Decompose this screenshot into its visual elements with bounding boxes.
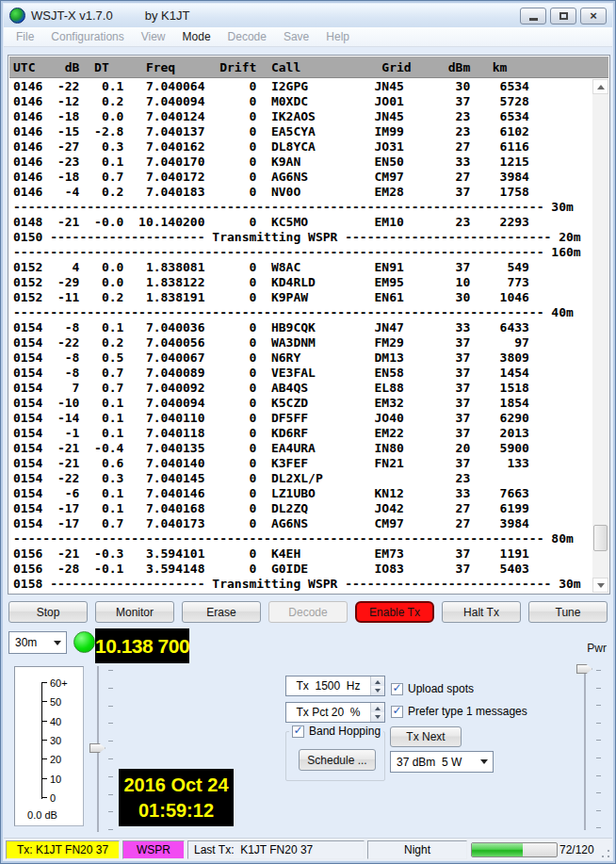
tx-next-button[interactable]: Tx Next (390, 726, 462, 747)
scroll-up-icon (597, 81, 605, 90)
slider-tick (108, 829, 113, 830)
erase-button[interactable]: Erase (182, 601, 261, 623)
frequency-display: 10.138 700 (95, 628, 189, 663)
slider-tick (596, 723, 601, 724)
meter-tick (41, 797, 47, 798)
decode-row: 0152 4 0.0 1.838081 0 W8AC EN91 37 549 (13, 260, 592, 275)
menu-decode: Decode (219, 30, 275, 43)
slider-tick (596, 827, 601, 828)
meter-scale-label: 60+ (50, 677, 68, 689)
slider-tick (596, 740, 601, 741)
decode-row: 0154 -8 0.5 7.040067 0 N6RY DM13 37 3809 (13, 350, 592, 366)
decode-button: Decode (268, 601, 348, 623)
meter-scale-label: 50 (50, 696, 61, 708)
decode-row: 0146 -23 0.1 7.040170 0 K9AN EN50 33 121… (13, 155, 592, 170)
decode-row: 0154 -1 0.1 7.040118 0 KD6RF EM22 37 201… (13, 426, 592, 441)
decode-row: 0146 -18 0.7 7.040172 0 AG6NS CM97 27 39… (13, 170, 592, 185)
datetime-display: 2016 Oct 24 01:59:12 (119, 769, 234, 826)
title-bar[interactable]: WSJT-X v1.7.0 by K1JT × (4, 4, 612, 27)
menu-bar: FileConfigurationsViewModeDecodeSaveHelp (4, 27, 612, 47)
rx-status-lamp (73, 631, 95, 653)
decode-row: 0154 -6 0.1 7.040146 0 LZ1UBO KN12 33 76… (13, 486, 592, 501)
pwr-slider[interactable] (574, 659, 604, 836)
schedule-button[interactable]: Schedule ... (299, 749, 376, 771)
decode-rows[interactable]: 0146 -22 0.1 7.040064 0 I2GPG JN45 30 65… (9, 79, 592, 593)
tx-freq-value: Tx 1500 Hz (286, 679, 370, 693)
decode-row: 0156 -21 -0.3 3.594101 0 K4EH EM73 37 11… (13, 546, 592, 562)
slider-tick (108, 741, 113, 742)
progress-fill (472, 843, 523, 856)
decode-row: 0146 -12 0.2 7.040094 0 M0XDC JO01 37 57… (13, 94, 592, 109)
pwr-track[interactable] (584, 666, 586, 830)
meter-scale-label: 30 (50, 735, 61, 746)
halt-tx-button[interactable]: Halt Tx (442, 601, 521, 623)
chevron-down-icon (54, 641, 61, 649)
slider-tick (596, 670, 601, 671)
close-button[interactable]: × (580, 8, 607, 24)
monitor-button[interactable]: Monitor (95, 601, 174, 623)
slider-tick (596, 792, 601, 793)
checkbox-checked-icon: ✓ (391, 706, 403, 718)
decode-row: 0152 -29 0.0 1.838122 0 KD4RLD EM95 10 7… (13, 275, 592, 290)
last-tx-status: Last Tx: K1JT FN20 37 (187, 840, 365, 859)
rx-gain-slider[interactable] (89, 664, 118, 834)
rx-gain-thumb[interactable] (89, 743, 105, 753)
scroll-up-button[interactable] (592, 79, 608, 94)
schedule-phase-status: Night (367, 840, 467, 859)
meter-scale-label: 20 (50, 754, 61, 765)
resize-grip-icon[interactable] (601, 849, 610, 858)
slider-tick (108, 670, 113, 671)
decode-row: 0146 -22 0.1 7.040064 0 I2GPG JN45 30 65… (13, 79, 592, 94)
vertical-scrollbar[interactable] (592, 79, 608, 593)
decode-row: 0152 -11 0.2 1.838191 0 K9PAW EN61 30 10… (13, 290, 592, 305)
meter-tick (41, 758, 47, 759)
slider-tick (596, 810, 601, 811)
progress-count: 72/120 (559, 840, 594, 859)
band-select[interactable]: 30m (8, 631, 67, 654)
tx-pct-up-button[interactable] (371, 703, 384, 712)
tx-freq-up-button[interactable] (371, 677, 384, 686)
upload-spots-checkbox[interactable]: ✓ Upload spots (391, 682, 474, 695)
decode-row: 0146 -18 0.0 7.040124 0 IK2AOS JN45 23 6… (13, 109, 592, 124)
band-hopping-checkbox[interactable]: ✓ Band Hopping (289, 725, 383, 738)
decode-row: 0146 -15 -2.8 7.040137 0 EA5CYA IM99 23 … (13, 124, 592, 139)
decode-row: 0154 -8 0.1 7.040036 0 HB9CQK JN47 33 64… (13, 320, 592, 335)
app-globe-icon (9, 8, 25, 24)
decode-row: 0154 -17 0.7 7.040173 0 AG6NS CM97 27 39… (13, 516, 592, 531)
upload-spots-label: Upload spots (408, 682, 474, 695)
minimize-icon (529, 18, 538, 21)
tx-pct-spinner[interactable]: Tx Pct 20 % (285, 702, 385, 723)
meter-tick (41, 701, 47, 702)
tx-next-button-label: Tx Next (406, 730, 445, 743)
tx-freq-spinner[interactable]: Tx 1500 Hz (285, 676, 385, 696)
band-activity-panel[interactable]: UTC dB DT Freq Drift Call Grid dBm km 01… (8, 55, 610, 595)
stop-button[interactable]: Stop (8, 601, 88, 623)
slider-tick (108, 706, 113, 707)
slider-tick (596, 705, 601, 706)
schedule-button-label: Schedule ... (307, 754, 366, 767)
prefer-type1-checkbox[interactable]: ✓ Prefer type 1 messages (391, 705, 527, 718)
menu-mode[interactable]: Mode (174, 30, 219, 43)
minimize-button[interactable] (520, 8, 546, 24)
enable-tx-button[interactable]: Enable Tx (355, 601, 434, 623)
scrollbar-thumb[interactable] (593, 525, 608, 551)
slider-tick (108, 794, 113, 795)
pwr-thumb[interactable] (576, 664, 592, 674)
slider-tick (108, 811, 113, 812)
checkbox-checked-icon: ✓ (292, 725, 304, 738)
decode-row: 0154 -8 0.7 7.040089 0 VE3FAL EN58 37 14… (13, 366, 592, 381)
tune-button[interactable]: Tune (528, 601, 608, 623)
power-select[interactable]: 37 dBm 5 W (390, 751, 494, 773)
maximize-button[interactable] (550, 8, 576, 24)
tx-pct-value: Tx Pct 20 % (286, 706, 370, 719)
scroll-down-button[interactable] (592, 578, 608, 593)
slider-tick (596, 758, 601, 758)
date-value: 2016 Oct 24 (123, 773, 228, 798)
chevron-down-icon (480, 759, 488, 768)
slider-tick (596, 688, 601, 689)
tx-pct-down-button[interactable] (371, 712, 384, 722)
band-separator-row: ----------------------------------------… (13, 531, 592, 546)
wsjtx-window: WSJT-X v1.7.0 by K1JT × FileConfiguratio… (0, 0, 616, 864)
tx-freq-down-button[interactable] (371, 686, 384, 695)
slider-tick (108, 758, 113, 759)
